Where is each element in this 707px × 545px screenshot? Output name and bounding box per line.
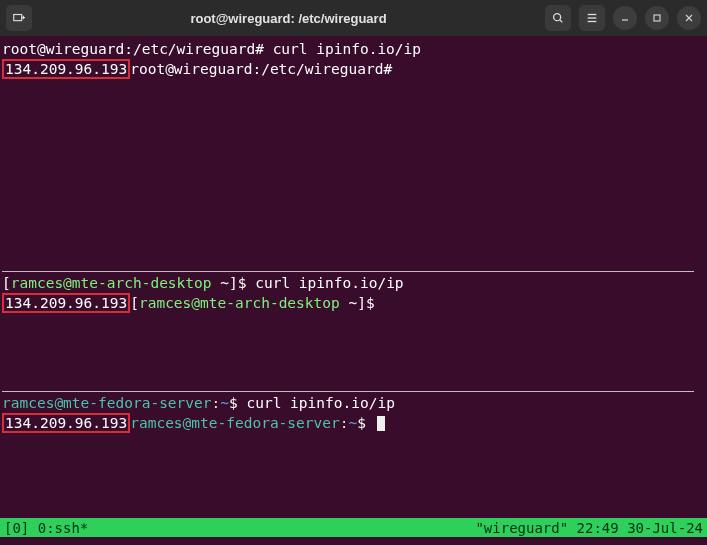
titlebar-left-controls [6,5,32,31]
ip-output-highlight: 134.209.96.193 [2,59,130,79]
svg-point-3 [554,14,561,21]
terminal-area[interactable]: root@wireguard:/etc/wireguard# curl ipin… [0,36,707,518]
tmux-status-bar: [0] 0:ssh* "wireguard" 22:49 30-Jul-24 [0,518,707,537]
terminal-cursor [377,416,385,431]
prompt-user-host: ramces@mte-fedora-server [130,415,340,431]
search-icon [551,11,565,25]
terminal-bottom-margin [0,537,707,545]
prompt-bracket: [ [2,275,11,291]
menu-button[interactable] [579,5,605,31]
titlebar-right-controls [545,5,701,31]
command-text: curl ipinfo.io/ip [246,395,394,411]
prompt-path: ~ [220,395,229,411]
prompt-path: ~ [348,415,357,431]
shell-prompt: root@wireguard:/etc/wireguard# [130,61,401,77]
terminal-line: root@wireguard:/etc/wireguard# curl ipin… [2,40,705,59]
window-titlebar: root@wireguard: /etc/wireguard [0,0,707,36]
window-title: root@wireguard: /etc/wireguard [38,11,539,26]
search-button[interactable] [545,5,571,31]
close-button[interactable] [677,6,701,30]
close-icon [684,13,694,23]
prompt-user-host: ramces@mte-fedora-server [2,395,212,411]
status-right: "wireguard" 22:49 30-Jul-24 [475,520,703,536]
status-left: [0] 0:ssh* [4,520,475,536]
prompt-user-host: ramces@mte-arch-desktop [11,275,212,291]
command-text: curl ipinfo.io/ip [255,275,403,291]
tmux-pane-divider [2,271,694,272]
new-tab-button[interactable] [6,5,32,31]
prompt-suffix: ~]$ [340,295,375,311]
command-text: curl ipinfo.io/ip [273,41,421,57]
maximize-icon [652,13,662,23]
new-tab-icon [12,11,26,25]
prompt-bracket: [ [130,295,139,311]
terminal-line: ramces@mte-fedora-server:~$ curl ipinfo.… [2,394,705,413]
maximize-button[interactable] [645,6,669,30]
prompt-dollar: $ [357,415,374,431]
svg-rect-0 [14,15,22,21]
svg-line-4 [560,20,563,23]
minimize-button[interactable] [613,6,637,30]
hamburger-icon [585,11,599,25]
ip-output-highlight: 134.209.96.193 [2,413,130,433]
prompt-user-host: ramces@mte-arch-desktop [139,295,340,311]
shell-prompt: root@wireguard:/etc/wireguard# [2,41,273,57]
prompt-separator: : [212,395,221,411]
prompt-suffix: ~]$ [212,275,256,291]
terminal-line: 134.209.96.193[ramces@mte-arch-desktop ~… [2,293,705,313]
minimize-icon [620,13,630,23]
terminal-line: 134.209.96.193root@wireguard:/etc/wiregu… [2,59,705,79]
prompt-dollar: $ [229,395,246,411]
svg-rect-9 [654,15,660,21]
tmux-pane-divider [2,391,694,392]
terminal-line: 134.209.96.193ramces@mte-fedora-server:~… [2,413,705,433]
ip-output-highlight: 134.209.96.193 [2,293,130,313]
terminal-line: [ramces@mte-arch-desktop ~]$ curl ipinfo… [2,274,705,293]
